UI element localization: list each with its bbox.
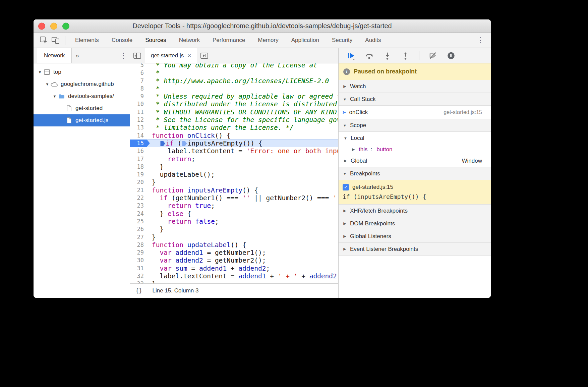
line-number-29[interactable]: 29 [130,249,147,257]
tab-console[interactable]: Console [105,33,139,48]
triangle-collapsed-icon: ▶ [343,221,347,226]
scope-global-row[interactable]: ▶ Global Window [339,155,491,167]
navigator-kebab-icon[interactable]: ⋮ [117,48,130,63]
source-editor[interactable]: 5 * You may obtain a copy of the License… [130,63,338,283]
tree-item-get-started.js[interactable]: get-started.js [34,114,130,126]
line-number-5[interactable]: 5 [130,63,147,69]
section-xhr-label: XHR/fetch Breakpoints [350,208,408,214]
line-number-32[interactable]: 32 [130,272,147,280]
line-number-21[interactable]: 21 [130,186,147,194]
tree-item-label: get-started.js [75,117,108,124]
token: * You may obtain a copy of the License a… [152,63,317,69]
section-global-listeners-label: Global Listeners [350,233,391,240]
step-out-icon[interactable] [401,51,410,60]
pretty-print-icon[interactable]: {} [135,287,142,294]
tab-sources[interactable]: Sources [139,33,172,48]
tree-item-googlechrome.github[interactable]: ▼googlechrome.github [34,78,130,90]
line-number-11[interactable]: 11 [130,108,147,116]
code-line-22: 22 if (getNumber1() === '' || getNumber2… [130,194,338,202]
line-number-7[interactable]: 7 [130,77,147,85]
close-tab-icon[interactable]: × [187,52,191,59]
twisty-icon[interactable]: ▼ [52,94,58,98]
zoom-window-button[interactable] [62,22,69,30]
code-text: if (inputsAreEmpty()) { [147,140,338,147]
breakpoint-entry[interactable]: ✓ get-started.js:15 if (inputsAreEmpty()… [339,180,491,205]
line-number-33[interactable]: 33 [130,280,147,283]
navigator-tabbar: Network » ⋮ [34,48,130,63]
token: else [168,210,183,218]
main-menu-kebab-icon[interactable]: ⋮ [474,37,487,44]
show-overridden-icon[interactable] [199,51,210,60]
line-number-18[interactable]: 18 [130,163,147,171]
line-number-25[interactable]: 25 [130,218,147,225]
line-number-19[interactable]: 19 [130,171,147,178]
section-global-listeners[interactable]: ▶ Global Listeners [339,230,491,243]
tab-network-navigator[interactable]: Network [37,48,72,63]
section-scope[interactable]: ▼ Scope [339,119,491,132]
resume-script-icon[interactable] [347,51,356,60]
device-toolbar-icon[interactable] [51,35,61,45]
token: '' [333,194,338,202]
section-event-listener-breakpoints[interactable]: ▶ Event Listener Breakpoints [339,243,491,256]
line-number-30[interactable]: 30 [130,257,147,264]
scope-this-row[interactable]: ▶ this : button [339,144,491,155]
line-number-27[interactable]: 27 [130,233,147,241]
inline-breakpoint-marker[interactable] [182,141,187,146]
editor-tab-get-started-js[interactable]: get-started.js × [145,48,197,63]
code-line-20: 20} [130,178,338,186]
line-number-15[interactable]: 15 [130,140,147,147]
line-number-8[interactable]: 8 [130,85,147,93]
step-into-icon[interactable] [383,51,392,60]
code-line-11: 11 * WITHOUT WARRANTIES OR CONDITIONS OF… [130,108,338,116]
token: + [297,272,309,280]
section-dom-breakpoints[interactable]: ▶ DOM Breakpoints [339,217,491,230]
tab-network[interactable]: Network [173,33,206,48]
line-number-31[interactable]: 31 [130,265,147,272]
twisty-icon[interactable]: ▼ [44,82,50,86]
tab-audits[interactable]: Audits [359,33,387,48]
section-xhr-breakpoints[interactable]: ▶ XHR/fetch Breakpoints [339,205,491,217]
line-number-14[interactable]: 14 [130,132,147,140]
tree-item-get-started[interactable]: get-started [34,102,130,114]
breakpoint-checkbox[interactable]: ✓ [343,184,349,190]
tab-elements[interactable]: Elements [69,33,105,48]
line-number-13[interactable]: 13 [130,124,147,131]
tree-item-devtools-samples[interactable]: ▼devtools-samples/ [34,90,130,102]
inspect-element-icon[interactable] [39,35,49,45]
line-number-26[interactable]: 26 [130,225,147,233]
tree-item-top[interactable]: ▼top [34,66,130,78]
line-number-6[interactable]: 6 [130,69,147,77]
line-number-16[interactable]: 16 [130,147,147,155]
token [183,186,187,194]
line-number-23[interactable]: 23 [130,202,147,210]
token: inputsAreEmpty [187,186,242,194]
line-number-9[interactable]: 9 [130,93,147,100]
pause-on-exceptions-icon[interactable] [447,51,456,60]
tab-performance[interactable]: Performance [206,33,251,48]
line-number-28[interactable]: 28 [130,241,147,249]
line-number-17[interactable]: 17 [130,155,147,163]
token: var [160,249,171,257]
section-breakpoints[interactable]: ▼ Breakpoints [339,167,491,180]
line-number-12[interactable]: 12 [130,116,147,124]
section-watch[interactable]: ▶ Watch [339,80,491,93]
line-number-22[interactable]: 22 [130,194,147,202]
more-tabs-chevron-icon[interactable]: » [72,48,83,63]
scope-local-row[interactable]: ▼ Local [339,132,491,144]
twisty-icon[interactable]: ▼ [37,70,43,74]
token: addend2 [238,265,266,272]
step-over-icon[interactable] [365,51,374,60]
execution-position-marker[interactable] [160,141,165,146]
close-window-button[interactable] [38,22,45,30]
line-number-10[interactable]: 10 [130,100,147,108]
tab-memory[interactable]: Memory [251,33,285,48]
minimize-window-button[interactable] [50,22,57,30]
deactivate-breakpoints-icon[interactable] [428,51,437,60]
call-stack-frame[interactable]: ➤ onClick get-started.js:15 [339,106,491,119]
section-call-stack[interactable]: ▼ Call Stack [339,93,491,106]
line-number-20[interactable]: 20 [130,178,147,186]
tab-security[interactable]: Security [326,33,359,48]
line-number-24[interactable]: 24 [130,210,147,218]
tab-application[interactable]: Application [285,33,326,48]
toggle-navigator-icon[interactable] [132,51,143,60]
